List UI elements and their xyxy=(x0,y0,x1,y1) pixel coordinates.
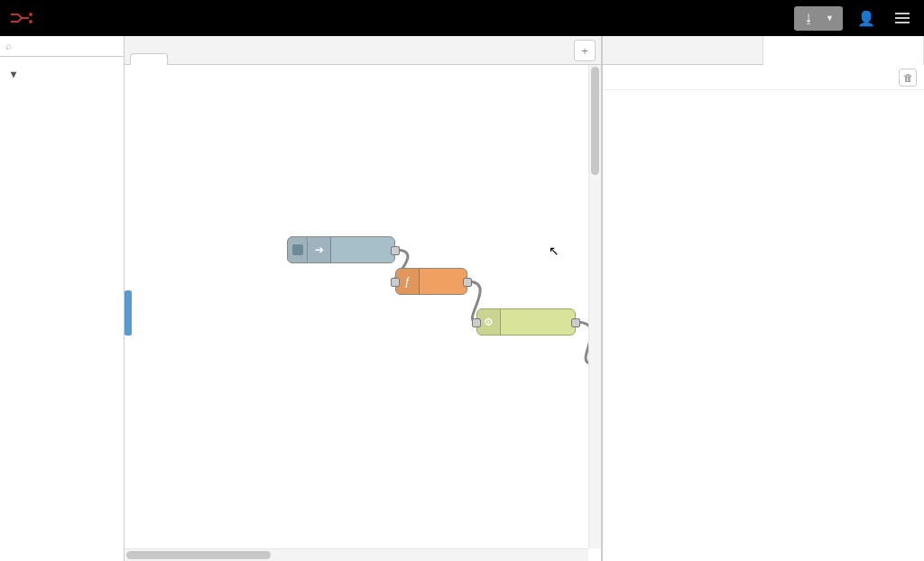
user-icon[interactable]: 👤 xyxy=(852,10,881,27)
flow-node-function[interactable]: ƒ xyxy=(395,268,467,295)
output-port[interactable] xyxy=(463,278,472,287)
canvas-vertical-scrollbar[interactable] xyxy=(588,65,601,548)
inject-button[interactable] xyxy=(288,237,308,262)
filter-nodes-input[interactable]: ⌕ xyxy=(0,36,124,57)
tab-sheet-1[interactable] xyxy=(130,53,168,65)
arrow-right-icon: ➔ xyxy=(308,237,331,262)
logo-icon xyxy=(9,11,34,25)
canvas-horizontal-scrollbar[interactable] xyxy=(125,548,588,561)
node-palette: ⌕ ▾ xyxy=(0,36,125,561)
flow-node-inject[interactable]: ➔ xyxy=(287,236,395,263)
app-header: ⭳ ▼ 👤 xyxy=(0,0,924,36)
workspace: + ➔ ƒ ⚙ xyxy=(125,36,602,561)
deploy-icon: ⭳ xyxy=(803,12,815,25)
input-port[interactable] xyxy=(472,318,481,327)
clear-debug-button[interactable]: 🗑 xyxy=(899,69,917,87)
debug-messages[interactable] xyxy=(603,90,924,561)
add-tab-button[interactable]: + xyxy=(574,40,596,61)
tab-info[interactable] xyxy=(603,36,763,64)
chevron-down-icon: ▾ xyxy=(11,68,16,80)
sidebar: 🗑 xyxy=(602,36,924,561)
flow-node-http-request[interactable]: ⚙ xyxy=(476,308,576,336)
logo xyxy=(9,11,40,25)
category-function[interactable]: ▾ xyxy=(7,62,120,86)
deploy-button[interactable]: ⭳ ▼ xyxy=(794,6,843,31)
search-icon: ⌕ xyxy=(5,40,12,52)
svg-point-0 xyxy=(29,13,32,16)
menu-button[interactable] xyxy=(890,13,915,23)
output-port[interactable] xyxy=(571,318,580,327)
workspace-tabs: + xyxy=(125,36,601,65)
chevron-down-icon: ▼ xyxy=(826,14,834,23)
flow-canvas[interactable]: ➔ ƒ ⚙ ≡ ↖ xyxy=(125,65,601,561)
svg-point-1 xyxy=(29,20,32,23)
output-port[interactable] xyxy=(391,246,400,255)
input-port[interactable] xyxy=(391,278,400,287)
tab-debug[interactable] xyxy=(763,36,924,65)
